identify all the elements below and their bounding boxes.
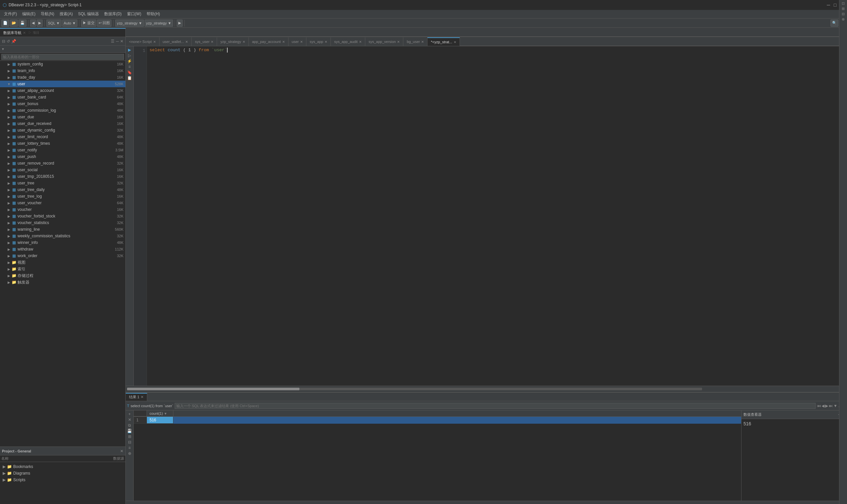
- tree-item-indexes[interactable]: ▶ 📁 索引: [0, 266, 125, 272]
- tab-close-icon[interactable]: ✕: [153, 40, 156, 43]
- r-icon-c[interactable]: ≡: [128, 446, 131, 450]
- new-file-btn[interactable]: 📄: [1, 19, 9, 27]
- menu-file[interactable]: 文件(F): [1, 11, 19, 18]
- menu-edit[interactable]: 编辑(E): [19, 11, 38, 18]
- grid-col-count[interactable]: count(1) ▼: [147, 411, 173, 416]
- schema-select[interactable]: yzp_strategy ▼: [144, 19, 173, 27]
- col-sort-icon[interactable]: ▼: [164, 412, 167, 415]
- results-filter-btn[interactable]: ▼: [833, 403, 837, 408]
- panel-minimize-icon[interactable]: ─: [116, 39, 119, 43]
- sql-btn[interactable]: SQL ▼: [46, 19, 62, 27]
- minimize-button[interactable]: ─: [826, 2, 831, 7]
- forward-btn[interactable]: ▶: [37, 19, 43, 27]
- tree-item-user-bonus[interactable]: ▶ ▦ user_bonus 48K: [0, 101, 125, 107]
- tree-item-system-config[interactable]: ▶ ▦ system_config 16K: [0, 61, 125, 68]
- tree-item-procedures[interactable]: ▶ 📁 存储过程: [0, 272, 125, 279]
- r-copy-row[interactable]: ⧉: [128, 423, 131, 428]
- tree-item-voucher-stats[interactable]: ▶ ▦ voucher_statistics 32K: [0, 219, 125, 226]
- tree-item-withdraw[interactable]: ▶ ▦ withdraw 112K: [0, 246, 125, 252]
- open-btn[interactable]: 📂: [10, 19, 18, 27]
- tab-close-icon[interactable]: ✕: [421, 40, 424, 43]
- r-icon-b[interactable]: ⊟: [128, 440, 131, 445]
- editor-tab-yzp-strategy[interactable]: yzp_strategy ✕: [217, 37, 248, 46]
- tab-db-navigator[interactable]: 数据库导航 ✕ ▷ 项目: [0, 28, 126, 37]
- tab-close-icon[interactable]: ✕: [359, 40, 362, 43]
- editor-tab-sys-app-audit[interactable]: sys_app_audit ✕: [331, 37, 365, 46]
- project-item-scripts[interactable]: ▶ 📁 Scripts: [1, 476, 124, 483]
- tree-item-user-due-received[interactable]: ▶ ▦ user_due_received 16K: [0, 120, 125, 127]
- editor-tab-bg-user[interactable]: bg_user ✕: [403, 37, 428, 46]
- tree-item-user-remove-record[interactable]: ▶ ▦ user_remove_record 32K: [0, 160, 125, 166]
- menu-database[interactable]: 数据库(D): [102, 11, 124, 18]
- tab-close-icon[interactable]: ✕: [243, 40, 245, 43]
- project-item-diagrams[interactable]: ▶ 📁 Diagrams: [1, 470, 124, 476]
- menu-window[interactable]: 窗口(W): [124, 11, 144, 18]
- tree-item-views[interactable]: ▶ 📁 视图: [0, 259, 125, 266]
- results-tab-close[interactable]: ✕: [141, 395, 143, 399]
- tree-item-user-lottery-times[interactable]: ▶ ▦ user_lottery_times 48K: [0, 140, 125, 147]
- collapse-all-icon[interactable]: ⊟: [2, 39, 5, 43]
- tree-item-user-tmp[interactable]: ▶ ▦ user_tmp_20180515 16K: [0, 173, 125, 180]
- editor-tab-sys-app-version[interactable]: sys_app_version ✕: [365, 37, 404, 46]
- history-icon[interactable]: 📋: [127, 76, 132, 80]
- tree-item-user-alipay[interactable]: ▶ ▦ user_alipay_account 32K: [0, 87, 125, 94]
- results-first-btn[interactable]: ⏮: [817, 403, 821, 408]
- search-input[interactable]: [1, 54, 124, 60]
- tree-item-user-notify[interactable]: ▶ ▦ user_notify 3.5M: [0, 147, 125, 154]
- bookmark-icon[interactable]: 🔖: [127, 70, 132, 75]
- tab-close-icon[interactable]: ✕: [282, 40, 285, 43]
- tree-item-warning-line[interactable]: ▶ ▦ warning_line 560K: [0, 226, 125, 233]
- r-icon-d[interactable]: ⊕: [128, 451, 131, 456]
- r-delete-row[interactable]: ✕: [128, 417, 131, 422]
- tree-item-user-tree-daily[interactable]: ▶ ▦ user_tree_daily 48K: [0, 186, 125, 193]
- r-icon-a[interactable]: ⊞: [128, 434, 131, 439]
- panel-menu-icon[interactable]: ☰: [111, 39, 115, 43]
- editor-hscrollbar[interactable]: [126, 386, 847, 392]
- grid-row-1[interactable]: 1 516: [134, 417, 741, 424]
- tab-close-icon[interactable]: ✕: [300, 40, 303, 43]
- refresh-icon[interactable]: ↺: [6, 39, 10, 43]
- tree-item-user-dynamic-config[interactable]: ▶ ▦ user_dynamic_config 32K: [0, 127, 125, 133]
- panel-close-icon[interactable]: ✕: [120, 39, 123, 43]
- tree-item-user-social[interactable]: ▶ ▦ user_social 16K: [0, 166, 125, 173]
- editor-tab-user[interactable]: user ✕: [289, 37, 306, 46]
- editor-tab-none-script[interactable]: <none> Script ✕: [126, 37, 159, 46]
- grid-cell-count-1[interactable]: 516: [147, 417, 173, 424]
- project-item-bookmarks[interactable]: ▶ 📁 Bookmarks: [1, 463, 124, 470]
- editor-tab-user-wallet[interactable]: user_wallet... ✕: [159, 37, 192, 46]
- tree-item-user-limit-record[interactable]: ▶ ▦ user_limit_record 48K: [0, 133, 125, 140]
- results-tab-1[interactable]: 结果 1 ✕: [126, 393, 147, 401]
- tree-item-voucher[interactable]: ▶ ▦ voucher 16K: [0, 206, 125, 213]
- execute-btn[interactable]: ▶ 提交: [81, 19, 96, 27]
- editor-tab-sys-user[interactable]: sys_user ✕: [192, 37, 217, 46]
- editor-tab-app-pay[interactable]: app_pay_account ✕: [249, 37, 289, 46]
- tree-item-user[interactable]: ▼ ▦ user 528K: [0, 80, 125, 87]
- tree-item-trade-day[interactable]: ▶ ▦ trade_day 16K: [0, 74, 125, 80]
- r-save[interactable]: 💾: [127, 429, 132, 433]
- menu-sql-editor[interactable]: SQL 编辑器: [75, 11, 102, 18]
- results-prev-btn[interactable]: ◀: [822, 403, 825, 408]
- format-icon[interactable]: ≡: [128, 65, 131, 69]
- tree-item-user-tree[interactable]: ▶ ▦ user_tree 32K: [0, 180, 125, 186]
- tree-item-triggers[interactable]: ▶ 📁 触发器: [0, 279, 125, 286]
- tree-item-user-push[interactable]: ▶ ▦ user_push 48K: [0, 154, 125, 160]
- back-btn[interactable]: ◀: [30, 19, 36, 27]
- menu-help[interactable]: 帮助(H): [144, 11, 163, 18]
- tree-item-team-info[interactable]: ▶ ▦ team_info 16K: [0, 68, 125, 74]
- connection-select[interactable]: yzp_strategy ▼: [115, 19, 143, 27]
- tab-close-icon[interactable]: ✕: [325, 40, 327, 43]
- tree-item-user-tree-log[interactable]: ▶ ▦ user_tree_log 16K: [0, 193, 125, 200]
- results-last-btn[interactable]: ⏭: [829, 403, 833, 408]
- tree-item-user-due[interactable]: ▶ ▦ user_due 16K: [0, 114, 125, 120]
- tree-item-weekly-commission[interactable]: ▶ ▦ weekly_commission_statistics 32K: [0, 233, 125, 239]
- tab-close-icon[interactable]: ✕: [185, 40, 188, 43]
- tab-close-icon[interactable]: ✕: [454, 40, 456, 44]
- project-close[interactable]: ✕: [120, 449, 123, 453]
- tab-close-icon[interactable]: ✕: [397, 40, 400, 43]
- r-add-row[interactable]: +: [128, 412, 131, 416]
- tree-item-voucher-forbid[interactable]: ▶ ▦ voucher_forbid_stock 32K: [0, 213, 125, 219]
- auto-btn[interactable]: Auto ▼: [62, 19, 78, 27]
- tree-item-work-order[interactable]: ▶ ▦ work_order 32K: [0, 252, 125, 259]
- menu-search[interactable]: 搜索(A): [57, 11, 75, 18]
- tree-item-winner-info[interactable]: ▶ ▦ winner_info 48K: [0, 239, 125, 246]
